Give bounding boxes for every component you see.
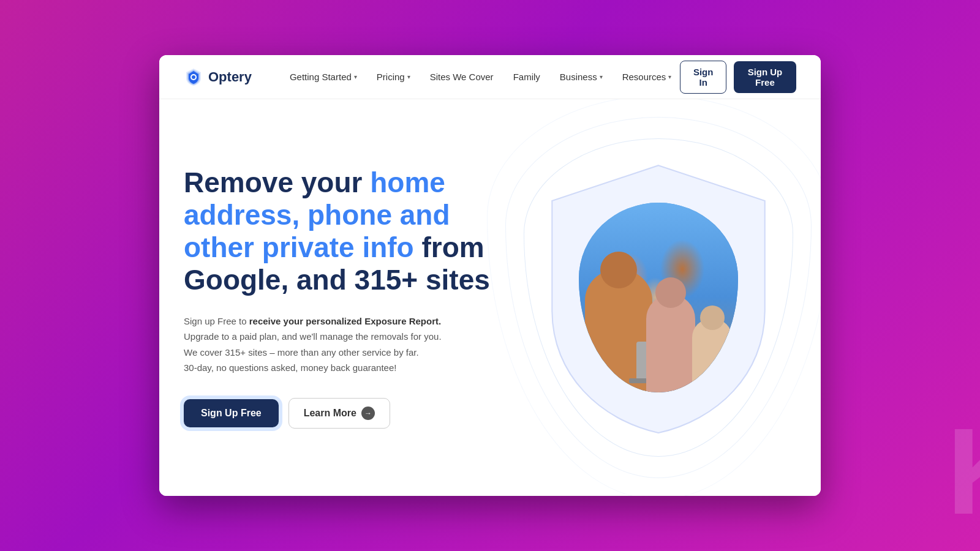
optery-logo-icon (184, 67, 203, 87)
nav-links: Getting Started ▾ Pricing ▾ Sites We Cov… (281, 67, 680, 87)
sign-up-free-hero-button[interactable]: Sign Up Free (184, 399, 279, 427)
chevron-down-icon: ▾ (600, 73, 603, 80)
learn-more-button[interactable]: Learn More → (288, 398, 390, 429)
nav-actions: Sign In Sign Up Free (680, 61, 796, 94)
svg-point-1 (192, 75, 195, 79)
chevron-down-icon: ▾ (354, 73, 357, 80)
nav-item-getting-started[interactable]: Getting Started ▾ (281, 67, 366, 87)
nav-item-pricing[interactable]: Pricing ▾ (368, 67, 419, 87)
family-photo (579, 203, 738, 392)
nav-item-resources[interactable]: Resources ▾ (614, 67, 680, 87)
hero-title: Remove your home address, phone and othe… (184, 167, 496, 296)
hero-content-left: Remove your home address, phone and othe… (184, 167, 521, 429)
sign-up-free-nav-button[interactable]: Sign Up Free (734, 61, 796, 93)
browser-window: Optery Getting Started ▾ Pricing ▾ Sites… (159, 55, 821, 496)
logo[interactable]: Optery (184, 67, 252, 87)
family-figures (579, 231, 738, 393)
hero-image-right (521, 99, 796, 496)
nav-item-family[interactable]: Family (505, 67, 549, 87)
navbar: Optery Getting Started ▾ Pricing ▾ Sites… (159, 55, 821, 99)
hero-section: Remove your home address, phone and othe… (159, 99, 821, 496)
sign-in-button[interactable]: Sign In (680, 61, 726, 94)
person-mom-figure (646, 294, 695, 392)
shield-graphic (536, 144, 781, 451)
nav-item-sites-we-cover[interactable]: Sites We Cover (421, 67, 502, 87)
chevron-down-icon: ▾ (407, 73, 410, 80)
family-photo-shield (579, 203, 738, 392)
background-watermark-k: K (947, 410, 980, 533)
chevron-down-icon: ▾ (668, 73, 671, 80)
person-kid-figure (692, 319, 732, 392)
logo-text: Optery (208, 69, 252, 85)
nav-item-business[interactable]: Business ▾ (551, 67, 611, 87)
hero-buttons: Sign Up Free Learn More → (184, 398, 496, 429)
hero-subtitle: Sign up Free to receive your personalize… (184, 313, 478, 376)
arrow-right-icon: → (361, 407, 375, 420)
